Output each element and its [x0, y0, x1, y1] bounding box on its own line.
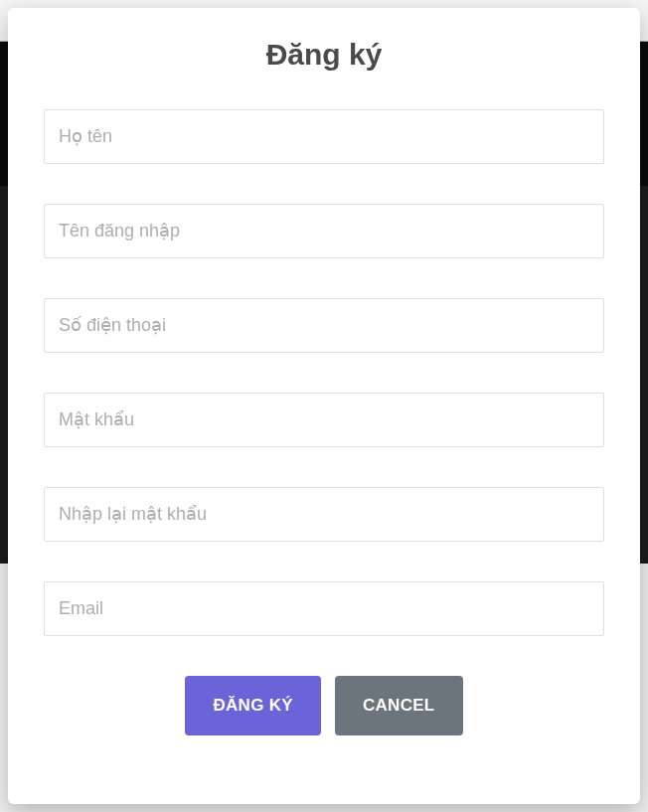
password-confirm-input[interactable]: [44, 487, 604, 542]
form-group-phone: [44, 298, 604, 353]
phone-input[interactable]: [44, 298, 604, 353]
form-group-password: [44, 393, 604, 447]
form-group-password-confirm: [44, 487, 604, 542]
modal-button-row: ĐĂNG KÝ CANCEL: [44, 676, 604, 735]
password-input[interactable]: [44, 393, 604, 447]
form-group-email: [44, 581, 604, 636]
submit-button[interactable]: ĐĂNG KÝ: [185, 676, 321, 735]
fullname-input[interactable]: [44, 109, 604, 164]
username-input[interactable]: [44, 204, 604, 258]
register-modal: Đăng ký ĐĂNG KÝ CANCEL: [8, 8, 640, 804]
form-group-username: [44, 204, 604, 258]
form-group-fullname: [44, 109, 604, 164]
email-input[interactable]: [44, 581, 604, 636]
modal-title: Đăng ký: [44, 38, 604, 72]
cancel-button[interactable]: CANCEL: [335, 676, 463, 735]
